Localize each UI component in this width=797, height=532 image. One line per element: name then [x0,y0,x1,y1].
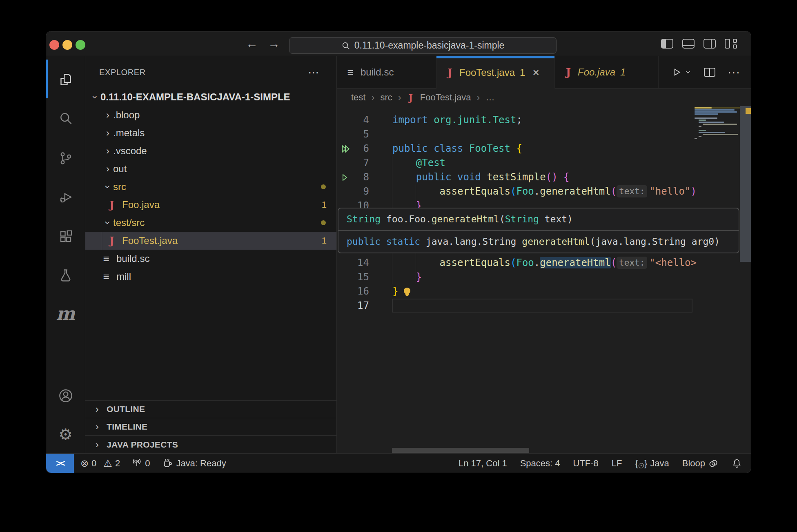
minimap[interactable] [695,107,740,140]
toggle-panel-icon[interactable] [682,39,695,49]
editor-more-actions-icon[interactable]: ··· [728,66,740,79]
java-status[interactable]: Java: Ready [162,458,226,469]
tree-item-out[interactable]: › out [85,160,336,178]
code-editor[interactable]: 4 import org.junit.Test; 5 6 public clas… [337,106,751,453]
toggle-secondary-sidebar-icon[interactable] [703,39,716,49]
chevron-down-icon [684,69,692,76]
command-center-search[interactable]: 0.11.10-example-basicjava-1-simple [289,37,557,54]
line-number: 4 [337,113,369,127]
accounts-icon[interactable] [46,388,85,403]
tree-item-label: Foo.java [122,199,160,211]
code-line[interactable]: 7 @Test [337,156,695,170]
tab-build-sc[interactable]: ≡ build.sc [337,56,436,88]
editor-group: ≡ build.sc J FooTest.java 1 × J Foo.java… [337,56,751,453]
code-line[interactable]: 9 assertEquals(Foo.generateHtml(text:"he… [337,184,695,199]
tree-item-label: .metals [113,127,145,139]
problem-count-badge: 1 [322,235,327,246]
notifications-bell-icon[interactable] [732,458,742,468]
braces-icon: {×} [635,458,648,469]
history-forward-button[interactable]: → [268,37,280,51]
code-line[interactable]: 6 public class FooTest { [337,142,695,156]
scrollbar-slider[interactable] [740,106,751,262]
horizontal-scrollbar[interactable] [392,448,529,453]
breadcrumb-item-symbol[interactable]: … [486,92,495,103]
zoom-window-button[interactable] [76,40,85,50]
chevron-right-icon: › [477,92,480,103]
run-java-button[interactable] [671,67,692,78]
java-file-icon: J [564,66,573,78]
tree-item-src[interactable]: › src [85,178,336,196]
code-line[interactable]: 4 import org.junit.Test; [337,113,695,127]
breadcrumb-item-test[interactable]: test [351,92,365,103]
vertical-scrollbar[interactable] [740,106,751,453]
metals-extension-icon[interactable]: m [46,307,85,321]
extensions-icon[interactable] [46,229,85,244]
settings-gear-icon[interactable]: ⚙ [46,427,85,442]
build-file-icon: ≡ [102,270,111,283]
indent-guide [102,232,102,250]
search-view-icon[interactable] [46,111,85,126]
code-line-current[interactable]: 17 [337,299,695,313]
eol-sequence[interactable]: LF [612,458,622,469]
tree-item-mill[interactable]: ≡ mill [85,268,336,286]
tree-item-metals[interactable]: › .metals [85,124,336,142]
chevron-down-icon: › [102,217,114,228]
lightbulb-icon[interactable] [404,288,410,294]
explorer-more-actions-icon[interactable]: ⋯ [308,66,320,79]
remote-indicator[interactable]: >< [46,454,74,473]
minimize-window-button[interactable] [62,40,72,50]
section-java-projects[interactable]: › JAVA PROJECTS [85,435,336,453]
tab-problem-badge: 1 [620,66,626,78]
history-back-button[interactable]: ← [246,37,258,51]
java-status-label: Java: Ready [176,458,226,469]
hover-signature: String foo.Foo.generateHtml(String text) [338,208,739,230]
customize-layout-icon[interactable] [725,39,738,49]
indentation[interactable]: Spaces: 4 [520,458,560,469]
section-outline[interactable]: › OUTLINE [85,400,336,418]
cursor-position[interactable]: Ln 17, Col 1 [459,458,507,469]
tree-item-test-src[interactable]: › test/src [85,214,336,232]
language-mode[interactable]: {×} Java [635,458,669,469]
close-tab-icon[interactable]: × [532,66,539,79]
line-number: 6 [337,142,369,156]
tab-foo-java[interactable]: J Foo.java 1 [555,56,659,88]
tree-item-bloop[interactable]: › .bloop [85,106,336,124]
problems-status[interactable]: ⊗ 0 ⚠ 2 [80,458,120,469]
java-file-icon: J [107,235,116,247]
encoding[interactable]: UTF-8 [573,458,599,469]
code-line[interactable]: 15 } [337,270,695,284]
tree-item-vscode[interactable]: › .vscode [85,142,336,160]
tree-item-footest-java-selected[interactable]: J FooTest.java 1 [85,232,336,250]
vscode-window: ← → 0.11.10-example-basicjava-1-simple [46,31,751,473]
source-control-icon[interactable] [46,151,85,166]
line-number: 16 [337,284,369,299]
language-label: Java [650,458,669,469]
tree-item-label: FooTest.java [122,235,178,246]
error-icon: ⊗ [80,458,89,469]
tree-item-label: 0.11.10-EXAMPLE-BASICJAVA-1-SIMPLE [100,91,290,103]
code-line[interactable]: 14 assertEquals(Foo.generateHtml(text:"<… [337,256,695,270]
breadcrumb-item-src[interactable]: src [380,92,392,103]
close-window-button[interactable] [49,40,59,50]
explorer-icon[interactable] [46,72,85,87]
tree-item-build-sc[interactable]: ≡ build.sc [85,250,336,268]
code-line[interactable]: 5 [337,127,695,142]
section-timeline[interactable]: › TIMELINE [85,418,336,435]
testing-icon[interactable] [46,268,85,283]
hover-declaration: public static java.lang.String generateH… [338,230,739,253]
code-line[interactable]: 8 public void testSimple() { [337,170,695,184]
tab-footest-java[interactable]: J FooTest.java 1 × [436,56,555,89]
tree-item-project-root[interactable]: › 0.11.10-EXAMPLE-BASICJAVA-1-SIMPLE [85,88,336,106]
bloop-status[interactable]: Bloop [682,458,719,469]
section-label: OUTLINE [107,404,145,414]
breadcrumb-item-file[interactable]: FooTest.java [420,92,471,103]
toggle-primary-sidebar-icon[interactable] [661,39,673,49]
tree-item-foo-java[interactable]: J Foo.java 1 [85,196,336,214]
warning-count: 2 [115,458,120,469]
build-file-icon: ≡ [102,253,111,265]
split-editor-icon[interactable] [704,68,715,77]
code-line[interactable]: 16 } [337,284,695,299]
chevron-right-icon: › [102,163,113,175]
run-debug-icon[interactable] [46,190,85,204]
ports-status[interactable]: 0 [131,458,150,469]
